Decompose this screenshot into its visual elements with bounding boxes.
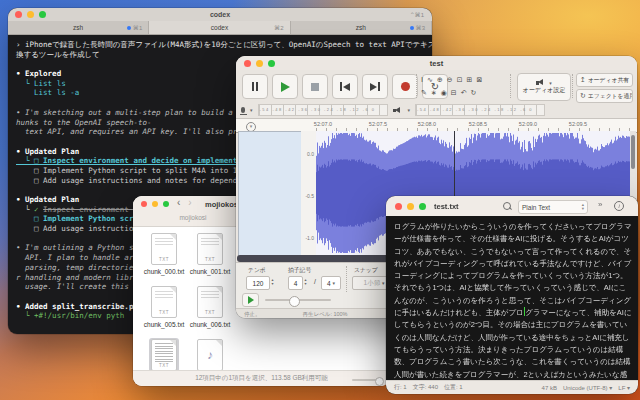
text-file-icon[interactable]: TXT [149, 338, 179, 372]
toolbar-overflow-icon[interactable]: » [598, 200, 602, 209]
playback-meter[interactable]: -54 -48 -42 -36 -30 -24 -18 -12 -6 0 [415, 104, 545, 116]
zoom-icon[interactable] [163, 201, 169, 207]
track-control-panel[interactable] [238, 131, 303, 258]
tempo-value-field[interactable]: 120 [246, 276, 270, 290]
time-tick-label: 52:08.5 [469, 121, 487, 127]
traffic-lights [395, 203, 426, 210]
timesig-lower-dropdown[interactable]: 4 ▾ [321, 276, 341, 290]
share-icon: ↥ [580, 76, 586, 84]
forward-chevron-icon[interactable]: › [188, 197, 191, 208]
effects-icon: ↻ [580, 92, 586, 100]
traffic-lights [141, 201, 169, 207]
recording-meter[interactable]: -54 -48 -42 -36 -30 -24 -18 -12 -6 0 [258, 104, 388, 116]
editor-line: してもらうというのが2つ目。その場合は主にプログラムを書いてい [394, 319, 630, 331]
syntax-value: Plain Text [522, 204, 550, 211]
text-file-icon[interactable]: TXT [149, 232, 179, 266]
timesig-upper-stepper[interactable]: ▴▾ [302, 276, 309, 288]
icon-size-slider[interactable] [352, 379, 382, 381]
terminal-tab-zsh[interactable]: zsh⌘1 [8, 21, 149, 34]
zoom-selection-icon[interactable]: ⊡ [457, 76, 463, 84]
txt-badge: TXT [198, 257, 222, 262]
audacity-titlebar[interactable]: test [236, 56, 637, 71]
text-file-icon[interactable]: TXT [149, 285, 179, 319]
selection-tool-icon[interactable]: Ⅰ [421, 76, 423, 84]
file-item[interactable]: TXTchunk_005.txt [141, 285, 187, 338]
time-tick-label: 52:07.0 [314, 121, 332, 127]
stop-icon [311, 83, 319, 91]
editor-line: ログラムが作りたいからこういうのを作ってくださいってプログラマ [394, 221, 630, 233]
zoom-icon[interactable] [419, 203, 426, 210]
cursor-position-status: 行: 1 文字: 440 位置: 1 [394, 383, 463, 392]
terminal-tab-bar: zsh⌘1codex⌘2zsh⌘3 [8, 21, 432, 35]
minimize-icon[interactable] [152, 201, 158, 207]
zoom-toggle-icon[interactable]: ⊠ [476, 76, 482, 84]
file-item[interactable]: TXTchunk_006.txt [187, 285, 233, 338]
minimize-icon[interactable] [407, 203, 414, 210]
multi-tool-icon[interactable]: ∗ [431, 89, 437, 97]
tools-toolbar: Ⅰ∿⊕⊖⊡⊞⊠ ✎∗◉⊟↶↻ [421, 73, 505, 99]
timesig-upper-field[interactable]: 4 [288, 276, 303, 290]
undo-icon[interactable]: ↶ [461, 89, 467, 97]
terminal-line: › iPhoneで録音した長時間の音声ファイル(M4A形式)を10分ごとに区切っ… [16, 40, 424, 50]
play-at-speed-button[interactable] [242, 293, 259, 307]
scrollbar-thumb[interactable] [631, 135, 635, 169]
chevron-down-icon: ▾ [250, 107, 253, 113]
skip-end-button[interactable] [362, 74, 388, 99]
record-button[interactable] [392, 74, 418, 99]
back-chevron-icon[interactable]: ‹ [177, 197, 180, 208]
txt-badge: TXT [198, 310, 222, 315]
search-icon[interactable] [503, 202, 511, 210]
trim-audio-icon[interactable]: ◉ [441, 89, 447, 97]
terminal-tab-zsh[interactable]: zsh⌘3 [291, 21, 432, 34]
editor-line: ーが仕様書を作って、その仕様書をAIに投げる。そうするとAIがコツ [394, 233, 630, 245]
line-ending-dropdown[interactable]: LF ▾ [618, 384, 630, 391]
apply-effects-button[interactable]: ↻ エフェクトを適用 [576, 89, 633, 103]
syntax-dropdown[interactable]: Plain Text ▴▾ [518, 200, 588, 214]
finder-folder-subtitle: mojiokosi [163, 214, 223, 221]
play-button[interactable] [272, 74, 298, 99]
editor-line: 数、プログラムこう書いたら次こうな、これを書くっていうのは結構 [394, 356, 630, 368]
finder-status-text: 12項目中の1項目を選択、113.58 GB利用可能 [195, 374, 328, 383]
speaker-icon [393, 107, 403, 114]
speed-slider[interactable] [265, 299, 331, 301]
terminal-tab-codex[interactable]: codex⌘2 [149, 21, 290, 34]
editor-line: れがバイブコーディングって呼ばれている手法なんですけど、バイブ [394, 258, 630, 270]
stop-button[interactable] [302, 74, 328, 99]
editor-titlebar[interactable]: test.txt Plain Text ▴▾ » i [386, 196, 638, 217]
timeline-options-icon[interactable]: ▾ [246, 122, 256, 132]
encoding-dropdown[interactable]: Unicode (UTF-8) ▾ [563, 384, 612, 391]
audio-setup-button[interactable]: ▾ オーディオ設定 [517, 73, 571, 101]
zoom-in-icon[interactable]: ⊕ [437, 76, 443, 84]
file-size-status: 47 kB [542, 385, 557, 391]
audio-file-icon[interactable]: ♪ [195, 338, 225, 372]
text-editor-window[interactable]: test.txt Plain Text ▴▾ » i ログラムが作りたいからこう… [386, 196, 638, 394]
terminal-titlebar[interactable]: codex ⌃⌘1 [8, 8, 432, 21]
file-item[interactable]: TXTchunk_001.txt [187, 232, 233, 285]
slider-knob-icon[interactable] [375, 377, 384, 386]
amplitude-tick-label: -0.5 [305, 193, 314, 199]
close-icon[interactable] [141, 201, 147, 207]
draw-tool-icon[interactable]: ✎ [421, 89, 427, 97]
redo-icon[interactable]: ↻ [471, 89, 477, 97]
slider-knob-icon[interactable] [289, 296, 300, 307]
pause-button[interactable] [242, 74, 268, 99]
zoom-project-icon[interactable]: ⊞ [467, 76, 473, 84]
activity-dot-icon [410, 26, 414, 30]
envelope-tool-icon[interactable]: ∿ [427, 76, 433, 84]
editor-text-area[interactable]: ログラムが作りたいからこういうのを作ってくださいってプログラマーが仕様書を作って… [386, 216, 638, 381]
text-file-icon[interactable]: TXT [195, 285, 225, 319]
zoom-out-icon[interactable]: ⊖ [447, 76, 453, 84]
share-audio-button[interactable]: ↥ オーディオ共有 [576, 73, 633, 87]
info-icon[interactable]: i [614, 201, 624, 211]
activity-dot-icon [127, 26, 131, 30]
close-icon[interactable] [395, 203, 402, 210]
text-file-icon[interactable]: TXT [195, 232, 225, 266]
silence-audio-icon[interactable]: ⊟ [451, 89, 457, 97]
music-note-icon: ♪ [207, 349, 213, 361]
skip-start-button[interactable] [332, 74, 358, 99]
file-item[interactable]: TXTchunk_000.txt [141, 232, 187, 285]
editor-line: に手はいるんだけれども、主体がプログラマーになって、補助をAIに [394, 307, 630, 319]
tempo-stepper[interactable]: ▴▾ [269, 276, 276, 288]
skip-start-icon [343, 83, 350, 91]
meter-toolbar: ▾ -54 -48 -42 -36 -30 -24 -18 -12 -6 0 ▾… [236, 103, 637, 117]
